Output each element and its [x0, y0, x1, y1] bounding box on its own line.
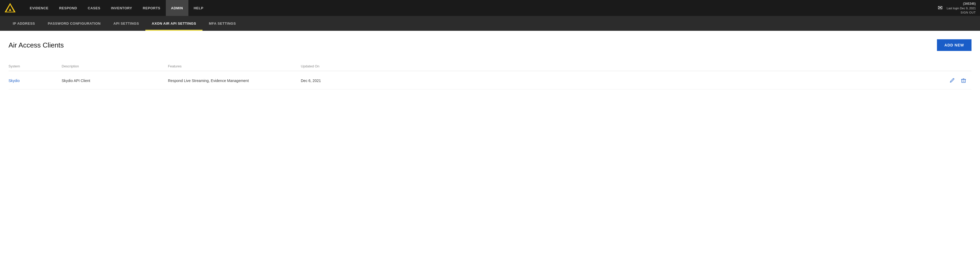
edit-button[interactable] [948, 77, 956, 84]
user-id: (346346) [947, 1, 976, 6]
user-info: (346346) Last login Dec 9, 2021 SIGN OUT [947, 1, 976, 15]
subnav-mfa-settings[interactable]: MFA SETTINGS [202, 16, 242, 31]
subnav-password-config[interactable]: PASSWORD CONFIGURATION [41, 16, 107, 31]
nav-item-cases[interactable]: CASES [83, 0, 105, 16]
logo[interactable]: ▲ [4, 2, 16, 14]
cell-updated-on: Dec 6, 2021 [301, 79, 380, 83]
table-header: System Description Features Updated On [8, 62, 972, 71]
nav-item-respond[interactable]: RESPOND [54, 0, 83, 16]
add-new-button[interactable]: ADD NEW [937, 39, 972, 51]
svg-rect-3 [962, 79, 966, 82]
cell-features: Respond Live Streaming, Evidence Managem… [168, 79, 301, 83]
nav-items-list: EVIDENCE RESPOND CASES INVENTORY REPORTS… [24, 0, 938, 16]
air-access-clients-table: System Description Features Updated On S… [8, 62, 972, 89]
col-header-updated-on: Updated On [301, 64, 380, 68]
subnav-axon-air-api[interactable]: AXON AIR API SETTINGS [145, 16, 202, 31]
nav-item-inventory[interactable]: INVENTORY [106, 0, 138, 16]
subnav-api-settings[interactable]: API SETTINGS [107, 16, 145, 31]
nav-right-section: ✉ (346346) Last login Dec 9, 2021 SIGN O… [938, 1, 976, 15]
sub-navigation: IP ADDRESS PASSWORD CONFIGURATION API SE… [0, 16, 980, 31]
nav-item-admin[interactable]: ADMIN [166, 0, 188, 16]
last-login: Last login Dec 9, 2021 [947, 6, 976, 11]
main-content: Air Access Clients ADD NEW System Descri… [0, 31, 980, 89]
subnav-ip-address[interactable]: IP ADDRESS [6, 16, 41, 31]
table-row: Skydio Skydio API Client Respond Live St… [8, 72, 972, 89]
col-header-system: System [8, 64, 62, 68]
edit-icon [949, 78, 955, 83]
mail-icon[interactable]: ✉ [938, 5, 943, 11]
col-header-features: Features [168, 64, 301, 68]
col-header-actions [380, 64, 972, 68]
svg-text:▲: ▲ [8, 7, 12, 12]
delete-icon [961, 78, 966, 83]
nav-item-reports[interactable]: REPORTS [137, 0, 165, 16]
nav-item-help[interactable]: HELP [188, 0, 209, 16]
page-header: Air Access Clients ADD NEW [8, 39, 972, 51]
nav-item-evidence[interactable]: EVIDENCE [24, 0, 54, 16]
top-navigation: ▲ EVIDENCE RESPOND CASES INVENTORY REPOR… [0, 0, 980, 16]
cell-system[interactable]: Skydio [8, 79, 62, 83]
cell-description: Skydio API Client [62, 79, 168, 83]
row-actions [380, 77, 972, 84]
col-header-description: Description [62, 64, 168, 68]
page-title: Air Access Clients [8, 41, 64, 49]
sign-out-link[interactable]: SIGN OUT [947, 10, 976, 15]
delete-button[interactable] [960, 77, 967, 84]
